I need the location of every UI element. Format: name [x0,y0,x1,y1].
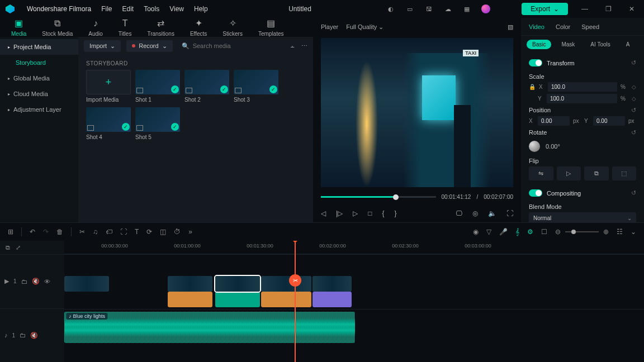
tab-transitions[interactable]: ⇄Transitions [147,18,174,37]
reset-rotate-icon[interactable]: ↺ [631,129,636,136]
more-tools-icon[interactable]: » [188,228,192,236]
track-lock-icon[interactable]: 🗀 [20,332,26,339]
reset-compositing-icon[interactable]: ↺ [631,189,636,197]
crop-icon[interactable]: ⛶ [120,228,127,236]
prev-frame-icon[interactable]: ◁ [321,209,326,217]
menu-view[interactable]: View [169,5,184,13]
zoom-out-icon[interactable]: ⊖ [555,228,561,236]
thumb-shot-3[interactable]: ✓Shot 3 [234,70,278,103]
tl-layout-icon[interactable]: ⊞ [8,228,13,236]
tab-audio[interactable]: ♪Audio [88,18,103,37]
thumb-shot-4[interactable]: ✓Shot 4 [86,107,131,140]
play-icon[interactable]: ▷ [353,209,358,217]
stop-icon[interactable]: □ [368,209,372,217]
refresh-icon[interactable]: ⟳ [146,228,152,236]
compositing-toggle[interactable] [529,189,542,197]
pos-y-field[interactable]: 0.00 [593,116,625,126]
link-icon[interactable]: ⧉ [6,244,10,251]
caption-icon[interactable]: ☐ [541,228,547,236]
subtab-ai-tools[interactable]: AI Tools [585,40,615,49]
chroma-icon[interactable]: ⚙ [527,228,533,236]
display-icon[interactable]: 🖵 [456,209,462,217]
preview-scrubber[interactable] [321,196,436,198]
clip-shot-5[interactable]: ▶Shot 5 [168,276,212,292]
text-icon[interactable]: T [135,228,139,236]
fullscreen-icon[interactable]: ⛶ [506,209,513,217]
sidebar-item-global-media[interactable]: ▸Global Media [0,70,78,86]
sidebar-item-adjustment-layer[interactable]: ▸Adjustment Layer [0,102,78,117]
audio-track[interactable]: ♪Blue city lights [64,309,644,345]
pos-x-field[interactable]: 0.00 [538,116,570,126]
preview-viewport[interactable]: TAXI [321,38,513,187]
tab-media[interactable]: ▣Media [11,18,26,37]
thumb-shot-5[interactable]: ✓Shot 5 [135,107,180,140]
thumb-shot-2[interactable]: ✓Shot 2 [184,70,229,103]
search-input[interactable] [193,42,281,49]
volume-icon[interactable]: 🔈 [488,209,496,217]
doc-cloud-icon[interactable]: ◐ [386,4,395,13]
search-box[interactable]: 🔍 [178,42,284,50]
audio-mixer-icon[interactable]: 𝄞 [515,228,519,236]
clip-shot-1[interactable]: ▶Shot 1 [64,276,109,292]
undo-icon[interactable]: ↶ [30,228,35,236]
audio-clip[interactable]: ♪Blue city lights [64,312,355,343]
delete-icon[interactable]: 🗑 [56,228,63,236]
video-track[interactable]: ▶Shot 1▶Shot 5▶Shot 3▶Shot 4 [64,254,644,309]
tab-effects[interactable]: ✦Effects [190,18,207,37]
flip-3-button[interactable]: ⧉ [584,166,609,180]
flip-v-button[interactable]: ▷ [557,166,581,180]
playhead[interactable]: ✂ [295,241,296,362]
cut-marker-icon[interactable]: ✂ [289,274,301,287]
minimize-button[interactable]: — [578,5,591,13]
unlink-icon[interactable]: ⤢ [16,244,21,251]
tab-titles[interactable]: TTitles [119,18,132,37]
save-icon[interactable]: 🖫 [424,4,433,13]
menu-edit[interactable]: Edit [122,5,134,13]
subtab-mask[interactable]: Mask [556,40,580,49]
tl-more-icon[interactable]: ⌄ [631,228,636,236]
subtab-basic[interactable]: Basic [527,40,551,49]
music-icon[interactable]: ♫ [93,228,98,236]
menu-tools[interactable]: Tools [144,5,159,13]
zoom-in-icon[interactable]: ⊕ [603,228,609,236]
tab-color[interactable]: Color [556,23,570,30]
clip-shot-3[interactable]: ▶Shot 3 [215,276,260,292]
menu-help[interactable]: Help [194,5,208,13]
subtab-a[interactable]: A [621,40,636,49]
flip-4-button[interactable]: ⬚ [612,166,637,180]
adjust-icon[interactable]: ◫ [160,228,166,236]
marker-icon[interactable]: ▽ [486,228,491,236]
snapshot-icon[interactable]: ▧ [508,23,513,31]
filter-icon[interactable]: ⫠ [290,42,296,49]
tab-stickers[interactable]: ✧Stickers [222,18,243,37]
track-lock-icon[interactable]: 🗀 [21,278,27,285]
step-back-icon[interactable]: |▷ [336,209,343,217]
flip-h-button[interactable]: ⇋ [529,166,553,180]
take-snapshot-icon[interactable]: ◎ [472,209,478,217]
render-icon[interactable]: ◉ [473,228,479,236]
keyframe-icon[interactable]: ◇ [632,96,636,102]
tab-video[interactable]: Video [529,23,544,30]
tab-stock-media[interactable]: ⧉Stock Media [42,18,73,37]
thumb-import-media[interactable]: +Import Media [86,70,131,103]
record-button[interactable]: Record⌄ [126,40,172,52]
clip-shot-4[interactable]: ▶Shot 4 [312,276,352,292]
apps-icon[interactable]: ▦ [462,4,471,13]
import-button[interactable]: Import⌄ [84,40,121,52]
avatar[interactable] [481,4,490,13]
lock-icon[interactable]: 🔒 [529,84,536,90]
rotate-knob[interactable] [529,141,540,152]
mark-in-icon[interactable]: { [382,209,384,217]
keyframe-icon[interactable]: ◇ [632,84,636,90]
quality-dropdown[interactable]: Full Quality ⌄ [346,23,383,31]
reset-transform-icon[interactable]: ↺ [631,59,636,66]
clip-segment[interactable] [261,276,311,292]
scale-y-field[interactable]: 100.0 [547,94,617,103]
menu-file[interactable]: File [101,5,112,13]
redo-icon[interactable]: ↷ [43,228,49,236]
track-mute-icon[interactable]: 🔇 [32,278,40,285]
more-icon[interactable]: ⋯ [301,42,307,50]
close-button[interactable]: ✕ [625,5,638,13]
cloud-upload-icon[interactable]: ☁ [443,4,452,13]
sidebar-item-cloud-media[interactable]: ▸Cloud Media [0,86,78,102]
